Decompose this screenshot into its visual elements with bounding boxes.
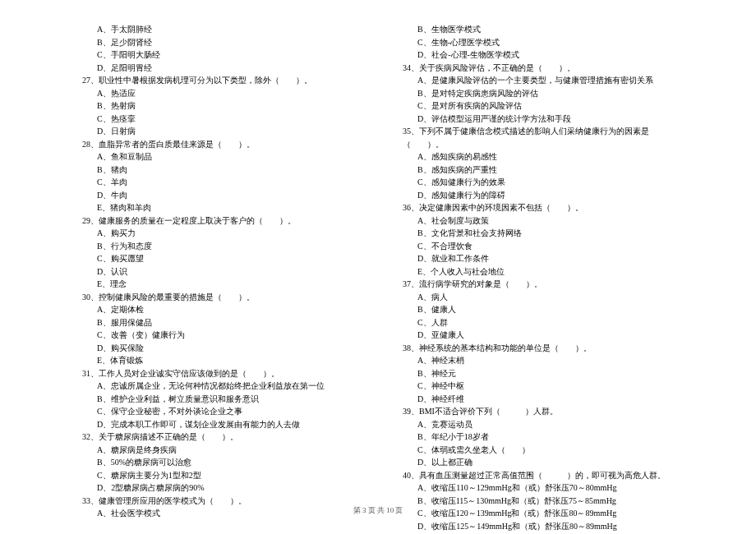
- option-text: D、评估模型运用严谨的统计学方法和手段: [403, 113, 674, 126]
- option-text: E、猪肉和羊肉: [82, 201, 353, 214]
- option-text: A、糖尿病是终身疾病: [82, 444, 353, 457]
- question-text: 34、关于疾病风险评估，不正确的是（ ）。: [403, 62, 674, 75]
- question-text: 39、BMI不适合评价下列（ ）人群。: [403, 405, 674, 418]
- option-text: D、收缩压125～149mmHg和（或）舒张压80～89mmHg: [403, 520, 674, 533]
- question-text: 29、健康服务的质量在一定程度上取决于客户的（ ）。: [82, 214, 353, 228]
- option-text: D、以上都正确: [403, 456, 674, 469]
- option-text: C、人群: [403, 316, 674, 329]
- option-text: A、社会制度与政策: [403, 214, 674, 228]
- option-text: A、收缩压110～129mmHg和（或）舒张压70～80mmHg: [403, 481, 674, 495]
- option-text: D、牛肉: [82, 189, 353, 202]
- option-text: A、竞赛运动员: [403, 418, 674, 431]
- option-text: D、亚健康人: [403, 329, 674, 342]
- option-text: A、鱼和豆制品: [82, 150, 353, 163]
- option-text: A、忠诚所属企业，无论何种情况都始终把企业利益放在第一位: [82, 380, 353, 393]
- option-text: C、感知健康行为的效果: [403, 176, 674, 189]
- option-text: B、神经元: [403, 367, 674, 380]
- option-text: C、保守企业秘密，不对外谈论企业之事: [82, 405, 353, 418]
- option-text: B、热射病: [82, 99, 353, 113]
- option-text: D、完成本职工作即可，谋划企业发展由有能力的人去做: [82, 418, 353, 431]
- question-text: 36、决定健康因素中的环境因素不包括（ ）。: [403, 201, 674, 214]
- option-text: A、神经末梢: [403, 354, 674, 367]
- question-text: 37、流行病学研究的对象是（ ）。: [403, 278, 674, 291]
- option-text: C、不合理饮食: [403, 240, 674, 253]
- option-text: B、猪肉: [82, 163, 353, 177]
- option-text: D、足阳明胃经: [82, 62, 353, 75]
- question-text: 28、血脂异常者的蛋白质最佳来源是（ ）。: [82, 138, 353, 151]
- option-text: D、日射病: [82, 125, 353, 138]
- option-text: A、定期体检: [82, 303, 353, 316]
- option-text: B、年纪小于18岁者: [403, 430, 674, 444]
- option-text: A、热适应: [82, 87, 353, 100]
- option-text: D、就业和工作条件: [403, 252, 674, 265]
- option-text: D、2型糖尿病占糖尿病的90%: [82, 481, 353, 495]
- right-column: B、生物医学模式C、生物-心理医学模式D、社会-心理-生物医学模式34、关于疾病…: [403, 23, 674, 532]
- page-container: A、手太阴肺经B、足少阴肾经C、手阳明大肠经D、足阳明胃经27、职业性中暑根据发…: [0, 0, 756, 532]
- option-text: B、服用保健品: [82, 316, 353, 329]
- question-text: 27、职业性中暑根据发病机理可分为以下类型，除外（ ）。: [82, 74, 353, 87]
- option-text: A、是健康风险评估的一个主要类型，与健康管理措施有密切关系: [403, 74, 674, 87]
- option-text: C、生物-心理医学模式: [403, 36, 674, 49]
- option-text: D、购买保险: [82, 342, 353, 355]
- option-text: C、手阳明大肠经: [82, 48, 353, 62]
- option-text: B、感知疾病的严重性: [403, 163, 674, 177]
- option-text: A、购买力: [82, 227, 353, 240]
- option-text: E、体育锻炼: [82, 354, 353, 367]
- option-text: D、感知健康行为的障碍: [403, 189, 674, 202]
- option-text: B、行为和态度: [82, 240, 353, 253]
- question-text: 40、具有血压测量超过正常高值范围（ ）的，即可视为高危人群。: [403, 469, 674, 482]
- option-text: E、理念: [82, 278, 353, 291]
- option-text: C、热痉挛: [82, 113, 353, 126]
- option-text: E、个人收入与社会地位: [403, 265, 674, 279]
- question-text: 31、工作人员对企业诚实守信应该做到的是（ ）。: [82, 367, 353, 380]
- option-text: C、糖尿病主要分为1型和2型: [82, 469, 353, 482]
- option-text: B、50%的糖尿病可以治愈: [82, 456, 353, 469]
- option-text: D、认识: [82, 265, 353, 279]
- option-text: C、羊肉: [82, 176, 353, 189]
- option-text: B、健康人: [403, 303, 674, 316]
- option-text: C、购买愿望: [82, 252, 353, 265]
- option-text: B、生物医学模式: [403, 23, 674, 36]
- option-text: C、改善（变）健康行为: [82, 329, 353, 342]
- option-text: B、足少阴肾经: [82, 36, 353, 49]
- question-text: 38、神经系统的基本结构和功能的单位是（ ）。: [403, 342, 674, 355]
- option-text: B、文化背景和社会支持网络: [403, 227, 674, 240]
- option-text: C、是对所有疾病的风险评估: [403, 99, 674, 113]
- page-footer: 第 3 页 共 10 页: [0, 505, 756, 516]
- option-text: A、感知疾病的易感性: [403, 150, 674, 163]
- option-text: D、神经纤维: [403, 393, 674, 406]
- question-text: 30、控制健康风险的最重要的措施是（ ）。: [82, 291, 353, 304]
- left-column: A、手太阴肺经B、足少阴肾经C、手阳明大肠经D、足阳明胃经27、职业性中暑根据发…: [82, 23, 353, 532]
- question-text: 35、下列不属于健康信念模式描述的影响人们采纳健康行为的因素是（ ）。: [403, 125, 674, 150]
- option-text: A、病人: [403, 291, 674, 304]
- option-text: D、社会-心理-生物医学模式: [403, 48, 674, 62]
- option-text: B、是对特定疾病患病风险的评估: [403, 87, 674, 100]
- option-text: B、维护企业利益，树立质量意识和服务意识: [82, 393, 353, 406]
- option-text: A、手太阴肺经: [82, 23, 353, 36]
- option-text: C、体弱或需久坐老人（ ）: [403, 444, 674, 457]
- question-text: 32、关于糖尿病描述不正确的是（ ）。: [82, 430, 353, 444]
- option-text: C、神经中枢: [403, 380, 674, 393]
